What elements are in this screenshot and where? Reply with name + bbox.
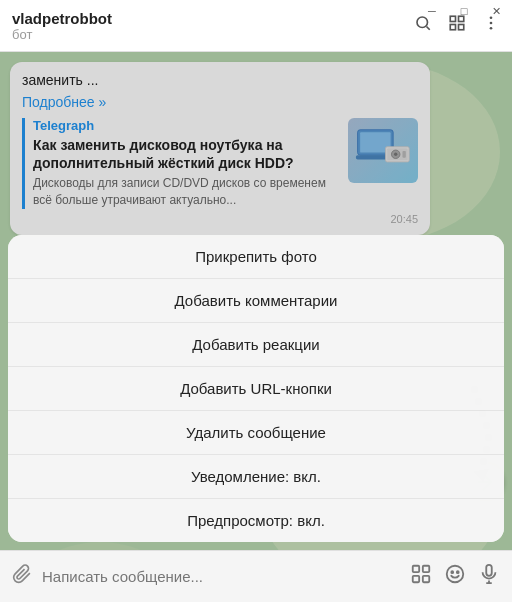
chat-area: заменить ... Подробнее » Telegraph Как з…	[0, 52, 512, 550]
attach-icon[interactable]	[12, 564, 32, 589]
title-bar: vladpetrobbot бот ─ □	[0, 0, 512, 52]
add-comments-item[interactable]: Добавить комментарии	[8, 279, 504, 323]
svg-point-22	[451, 571, 453, 573]
add-reactions-item[interactable]: Добавить реакции	[8, 323, 504, 367]
emoji-icon[interactable]	[444, 563, 466, 590]
close-button[interactable]: ✕	[480, 0, 512, 22]
message-input[interactable]	[42, 568, 400, 585]
voice-icon[interactable]	[478, 563, 500, 590]
attach-photo-item[interactable]: Прикрепить фото	[8, 235, 504, 279]
bot-name: vladpetrobbot	[12, 10, 112, 27]
bottom-icons	[410, 563, 500, 590]
preview-item[interactable]: Предпросмотр: вкл.	[8, 499, 504, 542]
svg-rect-18	[423, 566, 429, 572]
svg-point-8	[490, 27, 493, 30]
notification-item[interactable]: Уведомление: вкл.	[8, 455, 504, 499]
context-menu: Прикрепить фото Добавить комментарии Доб…	[8, 235, 504, 542]
svg-point-7	[490, 22, 493, 25]
sticker-icon[interactable]	[410, 563, 432, 590]
window-controls: ─ □ ✕	[416, 0, 512, 22]
minimize-button[interactable]: ─	[416, 0, 448, 22]
maximize-button[interactable]: □	[448, 0, 480, 22]
bot-type: бот	[12, 27, 112, 42]
svg-point-21	[447, 566, 464, 583]
svg-point-23	[457, 571, 459, 573]
svg-rect-4	[450, 25, 455, 30]
svg-rect-19	[413, 576, 419, 582]
svg-rect-17	[413, 566, 419, 572]
svg-rect-5	[459, 25, 464, 30]
add-url-buttons-item[interactable]: Добавить URL-кнопки	[8, 367, 504, 411]
svg-line-1	[426, 26, 429, 29]
bottom-bar	[0, 550, 512, 602]
context-menu-overlay: Прикрепить фото Добавить комментарии Доб…	[0, 52, 512, 550]
svg-rect-20	[423, 576, 429, 582]
delete-message-item[interactable]: Удалить сообщение	[8, 411, 504, 455]
svg-rect-24	[486, 565, 492, 576]
